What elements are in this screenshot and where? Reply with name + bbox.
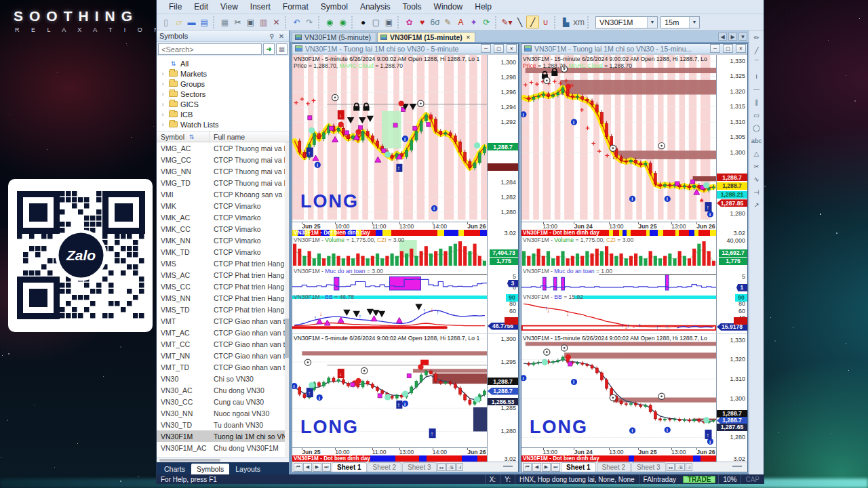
chart-plot[interactable]: ↑↓iii↕↑VN30F1M - 5-minute 6/26/2024 9:00…: [292, 334, 487, 448]
menu-view[interactable]: View: [215, 1, 243, 13]
table-row[interactable]: VN30_TDTu doanh VN30: [157, 419, 289, 430]
sheet-nav-button[interactable]: ⏭: [322, 463, 331, 472]
save-all-icon[interactable]: ▤: [198, 16, 211, 28]
close-button[interactable]: ✕: [507, 44, 517, 53]
sheet-mini-button[interactable]: -S: [446, 463, 456, 471]
flower-icon[interactable]: ✿: [403, 16, 416, 28]
letter-a-icon[interactable]: A: [454, 16, 467, 28]
tree-item-all[interactable]: ⇅All: [159, 58, 289, 68]
sheet-mini-button[interactable]: ⚏: [437, 463, 446, 471]
search-input[interactable]: [158, 43, 262, 55]
table-row[interactable]: VMG_ACCTCP Thuong mai va D: [157, 142, 289, 154]
chart-window-titlebar[interactable]: VN30F1M - Tuong lai 1M chi so VN30 - 5-m…: [292, 44, 518, 54]
draw-tool-10[interactable]: ✂: [751, 161, 762, 171]
pin-icon[interactable]: ⚲: [267, 33, 277, 40]
pencil2-icon[interactable]: ✎: [441, 16, 454, 28]
draw-tool-2[interactable]: ⌒: [751, 58, 762, 68]
undo-icon[interactable]: ↶: [290, 16, 303, 28]
cut-icon[interactable]: ✂: [231, 16, 244, 28]
thin-line-icon[interactable]: ╱: [526, 16, 539, 28]
sheet-tab[interactable]: Sheet 3: [631, 462, 665, 472]
copy-icon[interactable]: ▣: [244, 16, 257, 28]
menu-file[interactable]: File: [163, 1, 187, 13]
info-icon[interactable]: ●: [357, 16, 370, 28]
sheet-tab[interactable]: Sheet 3: [402, 462, 436, 472]
tab-nav-button[interactable]: ▼: [738, 33, 747, 41]
draw-tool-0[interactable]: ✏: [751, 33, 762, 43]
table-row[interactable]: VN30_CCCung cau VN30: [157, 396, 289, 407]
chart-window-titlebar[interactable]: VN30F1M - Tuong lai 1M chi so VN30 - 15-…: [521, 44, 747, 54]
maximize-button[interactable]: ▢: [494, 44, 504, 53]
maximize-button[interactable]: ▢: [723, 44, 733, 53]
tree-item-gics[interactable]: ›GICS: [159, 99, 289, 109]
draw-tool-4[interactable]: —: [751, 84, 762, 94]
minimize-button[interactable]: ─: [710, 44, 720, 53]
sheet-tab[interactable]: Sheet 2: [368, 462, 401, 472]
table-row[interactable]: VMG_TDCTCP Thuong mai va D: [157, 177, 289, 188]
new-icon[interactable]: ▯: [159, 16, 172, 28]
close-icon[interactable]: ✕: [277, 33, 286, 40]
table-row[interactable]: VMS_TDCTCP Phat trien Hang H: [157, 304, 289, 315]
table-row[interactable]: VMS_ACCTCP Phat trien Hang H: [157, 269, 289, 281]
sheet-nav-button[interactable]: ◀: [532, 463, 541, 472]
chart-icon[interactable]: ▙: [559, 16, 572, 28]
table-row[interactable]: VN30Chi so VN30: [157, 373, 289, 384]
draw-tool-7[interactable]: ◯: [751, 123, 762, 133]
table-row[interactable]: VMK_TDCTCP Vimarko: [157, 246, 289, 258]
sheet-mini-button[interactable]: -I: [456, 463, 464, 471]
tree-item-sectors[interactable]: ›Sectors: [159, 89, 289, 99]
close-button[interactable]: ✕: [736, 44, 746, 53]
menu-window[interactable]: Window: [429, 1, 469, 13]
dock-tab-charts[interactable]: Charts: [159, 464, 191, 474]
sheet-nav-button[interactable]: ◀: [303, 463, 312, 472]
sheet-tab[interactable]: Sheet 1: [332, 462, 367, 472]
sheet-tab[interactable]: Sheet 2: [597, 462, 631, 472]
save-icon[interactable]: ▬: [185, 16, 198, 28]
table-row[interactable]: VMK_ACCTCP Vimarko: [157, 211, 289, 223]
chart-plot[interactable]: iiiii↑VN30F1M - 15-minute 6/26/2024 9:00…: [521, 334, 716, 448]
draw-tool-13[interactable]: ↗: [751, 200, 762, 210]
sheet-mini-button[interactable]: -I: [686, 463, 693, 471]
menu-format[interactable]: Format: [277, 1, 314, 13]
table-row[interactable]: VMT_NNCTCP Giao nhan van ta: [157, 350, 289, 361]
sheet-nav-button[interactable]: ⏭: [551, 463, 560, 472]
draw-tool-3[interactable]: Ι: [751, 71, 762, 81]
table-row[interactable]: VN30F1MTuong lai 1M chi so VN: [157, 430, 289, 442]
table-row[interactable]: VMTCTCP Giao nhan van ta: [157, 315, 289, 327]
menu-analysis[interactable]: Analysis: [355, 1, 396, 13]
minimize-button[interactable]: ─: [481, 44, 491, 53]
table-row[interactable]: VMG_NNCTCP Thuong mai va D: [157, 165, 289, 177]
table-row[interactable]: VMS_CCCTCP Phat trien Hang H: [157, 281, 289, 292]
xml-icon[interactable]: ⅹm: [572, 16, 585, 28]
search-options-button[interactable]: ▦: [276, 43, 288, 55]
menu-tools[interactable]: Tools: [397, 1, 427, 13]
draw-tool-11[interactable]: ∿: [751, 174, 762, 184]
chart-plot[interactable]: iiiii*↑VN30F1M - 15-minute 6/26/2024 9:0…: [521, 55, 716, 222]
table-row[interactable]: VMT_CCCTCP Giao nhan van ta: [157, 338, 289, 350]
table-row[interactable]: VMK_NNCTCP Vimarko: [157, 235, 289, 246]
draw-tool-5[interactable]: ∥: [751, 97, 762, 107]
menu-insert[interactable]: Insert: [245, 1, 276, 13]
interval-combo[interactable]: 15m▼: [660, 16, 700, 28]
draw-tool-9[interactable]: △: [751, 148, 762, 159]
table-row[interactable]: VMS_NNCTCP Phat trien Hang H: [157, 292, 289, 304]
wand-icon[interactable]: ✦: [467, 16, 480, 28]
tree-item-watch-lists[interactable]: ›Watch Lists: [159, 119, 289, 129]
column-fullname[interactable]: Full name: [210, 133, 289, 141]
table-row[interactable]: VMK_CCCTCP Vimarko: [157, 223, 289, 235]
sheet-mini-button[interactable]: ⚏: [667, 463, 675, 471]
chart-plot[interactable]: iii↑↓↕VN30F1M - 5-minute 6/26/2024 9:00:…: [292, 55, 487, 222]
redo-icon[interactable]: ↷: [303, 16, 316, 28]
print-icon[interactable]: ▦: [218, 16, 231, 28]
window-new-icon[interactable]: ▢: [370, 16, 382, 28]
open-icon[interactable]: ▱: [172, 16, 185, 28]
table-row[interactable]: VN30_NNNuoc ngoai VN30: [157, 407, 289, 419]
menu-symbol[interactable]: Symbol: [315, 1, 353, 13]
table-row[interactable]: VMKCTCP Vimarko: [157, 200, 289, 211]
sheet-nav-button[interactable]: ▶: [313, 463, 321, 472]
forward-icon[interactable]: ◉: [336, 16, 349, 28]
chart-tab-1[interactable]: VN30F1M (15-minute)×: [377, 32, 475, 42]
sheet-mini-button[interactable]: -S: [675, 463, 685, 471]
column-symbol[interactable]: Symbol ⇅: [157, 131, 210, 142]
thick-line-icon[interactable]: ╲: [513, 16, 526, 28]
